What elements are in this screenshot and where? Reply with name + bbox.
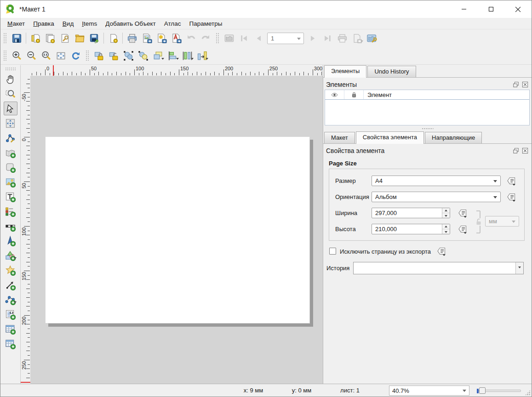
spin-down-icon[interactable]: [442, 213, 450, 218]
move-content-button[interactable]: [4, 116, 17, 130]
layout-manager-button[interactable]: [57, 31, 72, 45]
ungroup-items-button[interactable]: [136, 48, 150, 63]
add-node-item-button[interactable]: [4, 293, 17, 306]
spin-down-icon[interactable]: [442, 229, 450, 234]
export-pdf-button[interactable]: [169, 31, 183, 45]
open-template-button[interactable]: [72, 31, 87, 45]
zoom-level-combobox[interactable]: 40.7%: [389, 386, 469, 396]
menu-параметры[interactable]: Параметры: [185, 19, 226, 28]
toolbar-drag-handle[interactable]: [86, 50, 89, 61]
exclude-page-checkbox[interactable]: [329, 248, 336, 255]
atlas-settings-button[interactable]: [364, 31, 379, 45]
add-3d-map-button[interactable]: [4, 160, 17, 174]
minimize-button[interactable]: [450, 0, 477, 18]
tab-макет[interactable]: Макет: [324, 132, 355, 143]
export-image-button[interactable]: [139, 31, 154, 45]
unlock-items-button[interactable]: [106, 48, 121, 63]
atlas-next-button[interactable]: [305, 31, 320, 45]
zoom-out-button[interactable]: [24, 48, 39, 63]
add-north-arrow-button[interactable]: [4, 234, 17, 248]
align-items-button[interactable]: [165, 48, 180, 63]
add-pages-button[interactable]: [106, 31, 120, 45]
data-defined-override-icon[interactable]: [504, 192, 518, 203]
link-width-height-lock-icon[interactable]: [474, 210, 482, 236]
elements-list-body[interactable]: [325, 100, 529, 125]
toolbar-drag-handle[interactable]: [5, 67, 16, 70]
add-attribute-table-button[interactable]: [4, 322, 17, 336]
pan-button[interactable]: [4, 72, 17, 86]
zoom-slider[interactable]: [477, 386, 521, 396]
lock-items-button[interactable]: [92, 48, 106, 63]
tab-направляющие[interactable]: Направляющие: [425, 132, 482, 143]
atlas-page-combobox[interactable]: 1: [267, 33, 304, 44]
print-button[interactable]: [125, 31, 139, 45]
redo-button[interactable]: [198, 31, 213, 45]
menu-вид[interactable]: Вид: [58, 19, 78, 28]
menu-добавить-объект[interactable]: Добавить Объект: [101, 19, 160, 28]
toolbar-drag-handle[interactable]: [3, 33, 7, 44]
spin-up-icon[interactable]: [442, 224, 450, 229]
history-dropdown-icon[interactable]: [515, 262, 523, 274]
atlas-export-button[interactable]: [349, 31, 364, 45]
duplicate-layout-button[interactable]: [43, 31, 57, 45]
toolbar-drag-handle[interactable]: [3, 50, 7, 61]
atlas-first-button[interactable]: [236, 31, 251, 45]
group-items-button[interactable]: [121, 48, 136, 63]
add-label-button[interactable]: [4, 190, 17, 204]
data-defined-override-icon[interactable]: [456, 208, 469, 219]
add-html-button[interactable]: [4, 307, 17, 321]
resize-items-button[interactable]: [194, 48, 209, 63]
atlas-preview-button[interactable]: [222, 31, 236, 45]
zoom-in-button[interactable]: [9, 48, 24, 63]
toolbar-drag-handle[interactable]: [216, 33, 219, 44]
float-panel-icon[interactable]: [512, 81, 520, 88]
width-spinbox[interactable]: 297,000: [372, 208, 450, 218]
zoom-full-button[interactable]: [53, 48, 68, 63]
units-combobox[interactable]: мм: [485, 216, 519, 227]
tab-элементы[interactable]: Элементы: [324, 65, 366, 78]
save-button[interactable]: [9, 31, 24, 45]
menu-атлас[interactable]: Атлас: [160, 19, 185, 28]
data-defined-override-icon[interactable]: [435, 246, 448, 257]
undo-button[interactable]: [183, 31, 198, 45]
height-spinbox[interactable]: 210,000: [372, 224, 450, 234]
tab-свойства-элемента[interactable]: Свойства элемента: [356, 131, 424, 144]
distribute-items-button[interactable]: [180, 48, 194, 63]
history-combobox[interactable]: [353, 262, 524, 274]
edit-nodes-button[interactable]: [4, 131, 17, 145]
zoom-slider-handle[interactable]: [479, 387, 486, 394]
add-shape-button[interactable]: [4, 249, 17, 262]
select-move-button[interactable]: [4, 102, 17, 115]
orientation-combobox[interactable]: Альбом: [372, 192, 501, 202]
window-resize-grip[interactable]: [525, 390, 531, 396]
zoom-actual-button[interactable]: [39, 48, 53, 63]
page-size-combobox[interactable]: A4: [372, 176, 501, 186]
layout-page[interactable]: [45, 136, 310, 323]
layout-canvas[interactable]: [30, 76, 324, 384]
new-layout-button[interactable]: [28, 31, 43, 45]
float-panel-icon[interactable]: [512, 147, 520, 154]
data-defined-override-icon[interactable]: [456, 224, 469, 235]
close-panel-icon[interactable]: [521, 147, 529, 154]
close-panel-icon[interactable]: [521, 81, 529, 88]
raise-items-button[interactable]: [150, 48, 165, 63]
add-scalebar-button[interactable]: [4, 219, 17, 233]
add-marker-button[interactable]: [4, 263, 17, 277]
add-legend-button[interactable]: [4, 204, 17, 218]
spin-up-icon[interactable]: [442, 208, 450, 213]
menu-правка[interactable]: Правка: [29, 19, 58, 28]
save-as-template-button[interactable]: [87, 31, 102, 45]
atlas-print-button[interactable]: [335, 31, 349, 45]
maximize-button[interactable]: [477, 0, 504, 18]
atlas-last-button[interactable]: [320, 31, 335, 45]
zoom-tool-button[interactable]: [4, 87, 17, 101]
add-arrow-button[interactable]: [4, 278, 17, 292]
tab-undo-history[interactable]: Undo History: [367, 66, 416, 77]
add-picture-button[interactable]: [4, 175, 17, 189]
refresh-button[interactable]: [68, 48, 83, 63]
export-svg-button[interactable]: [154, 31, 169, 45]
add-map-button[interactable]: [4, 146, 17, 159]
add-fixed-table-button[interactable]: [4, 337, 17, 351]
close-button[interactable]: [504, 0, 532, 18]
menu-макет[interactable]: Макет: [3, 19, 29, 28]
